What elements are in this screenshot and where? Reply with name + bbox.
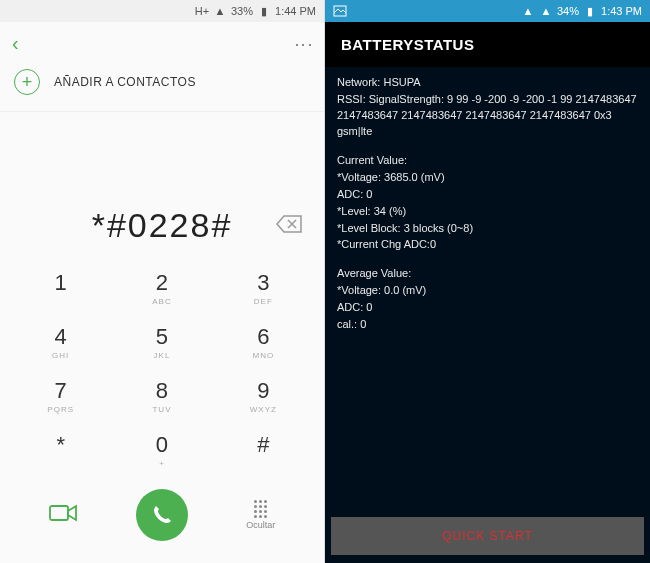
bottom-action-row: Ocultar [0,477,324,555]
top-actions: ‹ ⋮ [0,22,324,61]
battery-info-body: Network: HSUPA RSSI: SignalStrength: 9 9… [325,67,650,517]
key-3[interactable]: 3DEF [213,261,314,315]
battery-percent: 34% [557,5,579,17]
grid-dots-icon [254,500,267,518]
battery-status-screen: ▲ ▲ 34% ▮ 1:43 PM BATTERYSTATUS Network:… [325,0,650,563]
cv-level-block: *Level Block: 3 blocks (0~8) [337,221,638,237]
cv-level: *Level: 34 (%) [337,204,638,220]
plus-icon: + [14,69,40,95]
clock: 1:43 PM [601,5,642,17]
key-star[interactable]: * [10,423,111,477]
overflow-menu-icon[interactable]: ⋮ [293,36,315,52]
dialed-number: *#0228# [92,206,233,245]
screenshot-icon [333,4,347,18]
cv-chg-adc: *Current Chg ADC:0 [337,237,638,253]
status-bar: ▲ ▲ 34% ▮ 1:43 PM [325,0,650,22]
cv-voltage: *Voltage: 3685.0 (mV) [337,170,638,186]
key-0[interactable]: 0+ [111,423,212,477]
key-2[interactable]: 2ABC [111,261,212,315]
signal-icon-2: ▲ [539,4,553,18]
battery-icon: ▮ [257,4,271,18]
network-line: Network: HSUPA [337,75,638,91]
key-6[interactable]: 6MNO [213,315,314,369]
signal-icon: ▲ [213,4,227,18]
battery-icon: ▮ [583,4,597,18]
screen-title: BATTERYSTATUS [325,22,650,67]
key-9[interactable]: 9WXYZ [213,369,314,423]
clock: 1:44 PM [275,5,316,17]
key-1[interactable]: 1 [10,261,111,315]
network-type-icon: H+ [195,4,209,18]
add-to-contacts-row[interactable]: + AÑADIR A CONTACTOS [0,61,324,112]
battery-percent: 33% [231,5,253,17]
hide-keypad-button[interactable]: Ocultar [246,500,275,530]
current-value-header: Current Value: [337,153,638,169]
dialer-screen: H+ ▲ 33% ▮ 1:44 PM ‹ ⋮ + AÑADIR A CONTAC… [0,0,325,563]
backspace-icon[interactable] [276,215,302,236]
signal-icon: ▲ [521,4,535,18]
key-hash[interactable]: # [213,423,314,477]
av-cal: cal.: 0 [337,317,638,333]
dial-display: *#0228# [0,182,324,255]
key-8[interactable]: 8TUV [111,369,212,423]
cv-adc: ADC: 0 [337,187,638,203]
key-5[interactable]: 5JKL [111,315,212,369]
av-adc: ADC: 0 [337,300,638,316]
key-7[interactable]: 7PQRS [10,369,111,423]
call-button[interactable] [136,489,188,541]
add-to-contacts-label: AÑADIR A CONTACTOS [54,75,196,89]
quick-start-button[interactable]: QUICK START [331,517,644,555]
rssi-line: RSSI: SignalStrength: 9 99 -9 -200 -9 -2… [337,92,638,140]
svg-rect-0 [50,506,68,520]
hide-label: Ocultar [246,520,275,530]
key-4[interactable]: 4GHI [10,315,111,369]
video-call-icon[interactable] [49,503,79,527]
back-icon[interactable]: ‹ [12,32,19,55]
keypad: 1 2ABC 3DEF 4GHI 5JKL 6MNO 7PQRS 8TUV 9W… [0,255,324,477]
average-value-header: Average Value: [337,266,638,282]
av-voltage: *Voltage: 0.0 (mV) [337,283,638,299]
status-bar: H+ ▲ 33% ▮ 1:44 PM [0,0,324,22]
